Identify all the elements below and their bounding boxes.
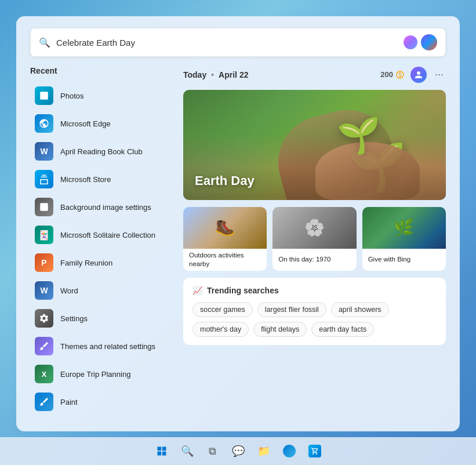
- panel-header: Today • April 22 200 ···: [183, 66, 446, 83]
- search-input[interactable]: [56, 38, 398, 48]
- photos-icon: [35, 86, 53, 105]
- app-name-paint: Paint: [60, 398, 78, 406]
- cards-row: 🥾 Outdoors activities nearby 🌸 On this d…: [183, 207, 446, 271]
- edge-icon: [35, 114, 53, 133]
- right-panel: Today • April 22 200 ···: [183, 66, 446, 420]
- date-dot: •: [211, 70, 214, 79]
- card-history-bg: 🌸: [272, 207, 356, 249]
- app-name-edge: Microsoft Edge: [60, 119, 111, 128]
- start-button[interactable]: [150, 439, 173, 463]
- bing-logo: [421, 34, 437, 50]
- tag-april-showers[interactable]: april showers: [331, 302, 389, 317]
- app-item-settings[interactable]: Settings: [30, 305, 169, 332]
- app-name-book-club: April Reading Book Club: [60, 147, 143, 156]
- card-bing-label: Give with Bing: [362, 249, 446, 271]
- card-history[interactable]: 🌸 On this day: 1970: [272, 207, 356, 271]
- points-badge: 200: [380, 70, 405, 79]
- date-info: Today • April 22: [183, 70, 248, 79]
- spotlight-panel: 🔍 Recent Photos: [16, 16, 460, 431]
- card-outdoors-bg: 🥾: [183, 207, 267, 249]
- card-outdoors[interactable]: 🥾 Outdoors activities nearby: [183, 207, 267, 271]
- app-name-europe: Europe Trip Planning: [60, 370, 130, 379]
- app-name-photos: Photos: [60, 92, 83, 100]
- app-item-word[interactable]: W Word: [30, 277, 169, 304]
- app-name-store: Microsoft Store: [60, 175, 111, 184]
- user-avatar[interactable]: [410, 67, 427, 83]
- tag-earth-day[interactable]: earth day facts: [311, 322, 374, 337]
- app-name-solitaire: Microsoft Solitaire Collection: [60, 231, 155, 239]
- hiking-emoji: 🥾: [215, 218, 235, 237]
- card-bing[interactable]: 🌿 Give with Bing: [362, 207, 446, 271]
- taskbar: 🔍 ⧉ 💬 📁: [0, 437, 476, 465]
- store-icon: [35, 170, 53, 188]
- hero-image[interactable]: 🌱 Earth Day: [183, 90, 446, 200]
- search-bar[interactable]: 🔍: [30, 28, 446, 57]
- app-item-themes[interactable]: Themes and related settings: [30, 333, 169, 359]
- header-right: 200 ···: [380, 66, 446, 83]
- today-label: Today: [183, 70, 206, 79]
- task-view-button[interactable]: ⧉: [201, 439, 224, 463]
- flower-emoji: 🌸: [304, 218, 325, 237]
- left-panel: Recent Photos Microsoft Edge W: [30, 66, 169, 420]
- main-content: Recent Photos Microsoft Edge W: [16, 66, 460, 431]
- themes-icon: [35, 337, 53, 355]
- search-icon: 🔍: [39, 37, 50, 48]
- hero-title: Earth Day: [195, 173, 255, 188]
- aerial-emoji: 🌿: [394, 218, 414, 237]
- card-history-label: On this day: 1970: [272, 249, 356, 271]
- app-name-settings: Settings: [60, 314, 88, 323]
- app-item-store[interactable]: Microsoft Store: [30, 166, 169, 192]
- recent-label: Recent: [30, 66, 169, 75]
- app-list: Photos Microsoft Edge W April Reading Bo…: [30, 82, 169, 415]
- card-bing-bg: 🌿: [362, 207, 446, 249]
- word-icon-2: W: [35, 281, 53, 300]
- trending-tags: soccer games largest flier fossil april …: [192, 302, 437, 337]
- powerpoint-icon: P: [35, 253, 53, 272]
- hand-illustration: [315, 142, 420, 200]
- solitaire-icon: 🃏: [35, 226, 53, 244]
- app-item-paint[interactable]: Paint: [30, 388, 169, 415]
- excel-icon: X: [35, 365, 53, 383]
- copilot-icon: [404, 35, 417, 49]
- trending-section: 📈 Trending searches soccer games largest…: [183, 278, 446, 345]
- tag-fossil[interactable]: largest flier fossil: [257, 302, 326, 317]
- teams-button[interactable]: 💬: [227, 439, 250, 463]
- tag-mothers-day[interactable]: mother's day: [192, 322, 249, 337]
- store-taskbar-button[interactable]: [303, 439, 326, 463]
- date-label: April 22: [219, 70, 248, 79]
- word-icon-1: W: [35, 142, 53, 161]
- app-name-word: Word: [60, 286, 78, 295]
- file-explorer-button[interactable]: 📁: [252, 439, 275, 463]
- app-item-solitaire[interactable]: 🃏 Microsoft Solitaire Collection: [30, 221, 169, 248]
- tag-soccer[interactable]: soccer games: [192, 302, 253, 317]
- tag-flight-delays[interactable]: flight delays: [253, 322, 307, 337]
- app-name-family-reunion: Family Reunion: [60, 259, 112, 267]
- app-item-book-club[interactable]: W April Reading Book Club: [30, 138, 169, 165]
- more-options-button[interactable]: ···: [433, 66, 446, 83]
- app-name-bg-settings: Background image settings: [60, 203, 151, 212]
- app-item-family-reunion[interactable]: P Family Reunion: [30, 249, 169, 276]
- trending-title: Trending searches: [207, 286, 279, 295]
- settings-icon: [35, 309, 53, 328]
- app-name-themes: Themes and related settings: [60, 342, 155, 351]
- card-outdoors-label: Outdoors activities nearby: [183, 249, 267, 271]
- trending-header: 📈 Trending searches: [192, 286, 437, 295]
- bg-settings-icon: [35, 198, 53, 216]
- paint-icon: [35, 393, 53, 411]
- app-item-edge[interactable]: Microsoft Edge: [30, 110, 169, 137]
- search-taskbar-button[interactable]: 🔍: [176, 439, 199, 463]
- app-item-photos[interactable]: Photos: [30, 82, 169, 109]
- edge-taskbar-button[interactable]: [278, 439, 301, 463]
- app-item-europe[interactable]: X Europe Trip Planning: [30, 361, 169, 387]
- app-item-bg-settings[interactable]: Background image settings: [30, 194, 169, 220]
- points-value: 200: [380, 70, 393, 79]
- trending-icon: 📈: [192, 286, 202, 295]
